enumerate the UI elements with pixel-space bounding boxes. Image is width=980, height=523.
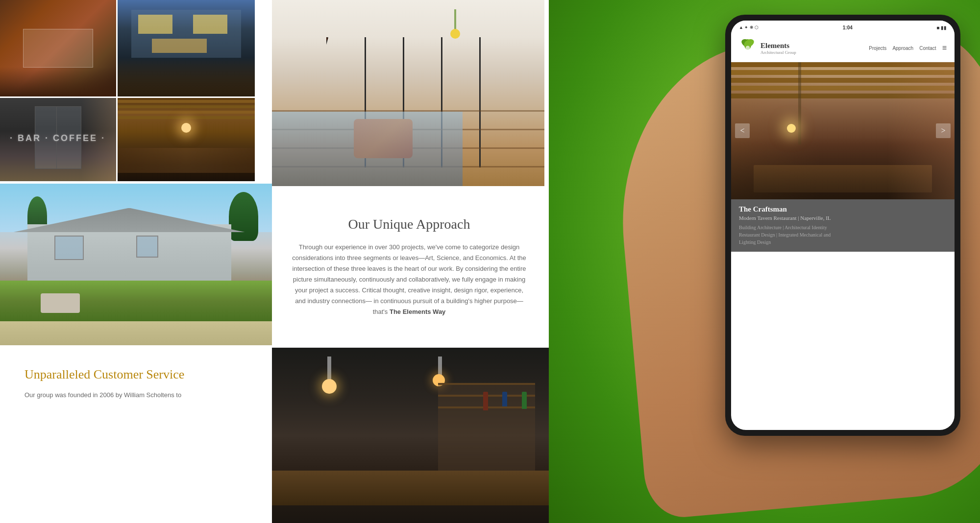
- phone-project-title: The Craftsman: [739, 205, 947, 214]
- phone-status-bar: ▲ ✦ ❋ ⬡ 1:04 ■ ▮▮: [731, 21, 955, 34]
- phone-prev-arrow[interactable]: <: [735, 123, 750, 138]
- phone-area-background: ▲ ✦ ❋ ⬡ 1:04 ■ ▮▮: [549, 0, 980, 523]
- phone-project-info: The Craftsman Modern Tavern Restaurant |…: [731, 199, 955, 252]
- approach-body: Through our experience in over 300 proje…: [292, 242, 527, 318]
- phone-nav-contact[interactable]: Contact: [919, 46, 936, 51]
- phone-brand-text: Elements Architectural Group: [760, 42, 796, 55]
- approach-title: Our Unique Approach: [348, 216, 470, 232]
- elements-logo-icon: [739, 39, 757, 57]
- photo-restaurant-interior: [118, 98, 255, 181]
- phone-next-arrow[interactable]: >: [936, 123, 951, 138]
- phone-mockup: ▲ ✦ ❋ ⬡ 1:04 ■ ▮▮: [725, 15, 960, 436]
- photo-bar-coffee: · BAR · COFFEE ·: [0, 98, 116, 181]
- svg-point-3: [746, 46, 750, 50]
- photo-bar-interior: [272, 348, 549, 523]
- phone-time: 1:04: [843, 25, 853, 30]
- phone-logo: Elements Architectural Group: [739, 39, 796, 57]
- customer-service-body: Our group was founded in 2006 by William…: [24, 390, 247, 401]
- phone-navigation: Elements Architectural Group Projects Ap…: [731, 34, 955, 62]
- customer-service-section: Unparalleled Customer Service Our group …: [0, 348, 272, 523]
- photo-staircase: [272, 0, 544, 186]
- phone-nav-menu[interactable]: ≡: [942, 44, 947, 52]
- approach-section: Our Unique Approach Through our experien…: [272, 186, 546, 348]
- phone-nav-projects[interactable]: Projects: [869, 46, 886, 51]
- photo-wood-deck: [0, 0, 116, 96]
- phone-project-image: < >: [731, 62, 955, 199]
- phone-nav-links[interactable]: Projects Approach Contact ≡: [869, 44, 947, 52]
- phone-project-tags: Building Architecture | Architectural Id…: [739, 224, 947, 246]
- phone-battery-icon: ■ ▮▮: [936, 25, 947, 30]
- phone-status-icons-left: ▲ ✦ ❋ ⬡: [739, 25, 759, 30]
- brand-text: The Elements Way: [390, 308, 445, 315]
- customer-service-title: Unparalleled Customer Service: [24, 367, 247, 382]
- phone-project-subtitle: Modern Tavern Restaurant | Naperville, I…: [739, 215, 947, 221]
- phone-screen: ▲ ✦ ❋ ⬡ 1:04 ■ ▮▮: [731, 21, 955, 430]
- phone-nav-approach[interactable]: Approach: [892, 46, 913, 51]
- photo-modern-house: [118, 0, 255, 96]
- photo-gray-house: [0, 184, 272, 345]
- main-container: · BAR · COFFEE ·: [0, 0, 980, 523]
